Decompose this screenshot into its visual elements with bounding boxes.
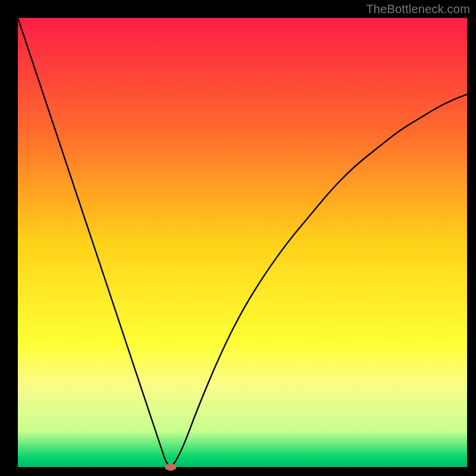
bottleneck-chart	[0, 0, 476, 476]
watermark-text: TheBottleneck.com	[366, 2, 470, 16]
chart-frame: TheBottleneck.com	[0, 0, 476, 476]
gradient-background	[18, 18, 467, 467]
minimum-marker	[165, 464, 177, 471]
